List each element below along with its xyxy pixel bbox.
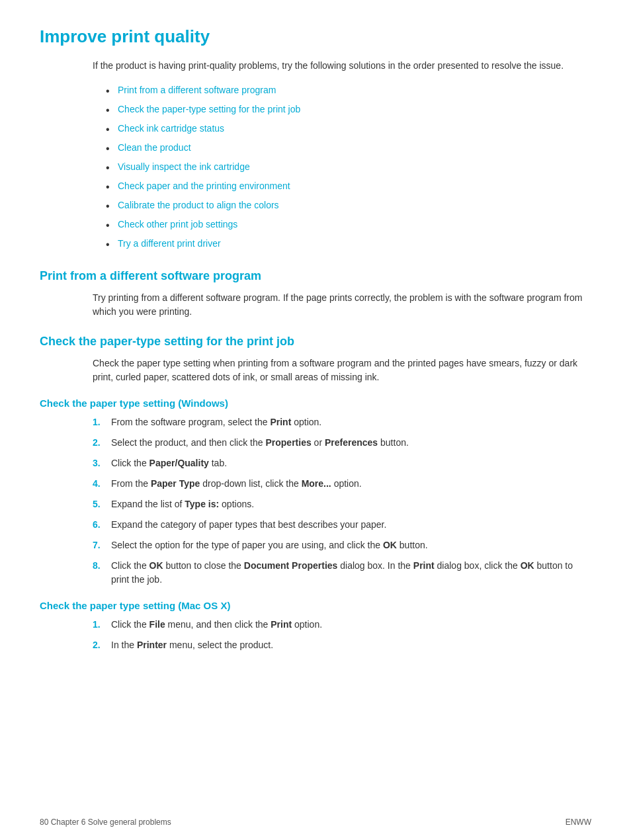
toc-item-5: Visually inspect the ink cartridge <box>106 160 591 174</box>
toc-link-8[interactable]: Check other print job settings <box>118 219 237 230</box>
section-body-1: Try printing from a different software p… <box>93 291 591 319</box>
toc-link-2[interactable]: Check the paper-type setting for the pri… <box>118 104 300 114</box>
toc-item-4: Clean the product <box>106 141 591 155</box>
step-win-7: Select the option for the type of paper … <box>93 538 591 552</box>
step-win-5: Expand the list of Type is: options. <box>93 497 591 511</box>
toc-link-5[interactable]: Visually inspect the ink cartridge <box>118 161 250 172</box>
toc-item-6: Check paper and the printing environment <box>106 179 591 193</box>
section-title-1: Print from a different software program <box>40 269 591 283</box>
toc-item-3: Check ink cartridge status <box>106 122 591 136</box>
step-win-1: From the software program, select the Pr… <box>93 415 591 429</box>
footer-left: 80 Chapter 6 Solve general problems <box>40 818 171 827</box>
toc-item-1: Print from a different software program <box>106 83 591 97</box>
subsection-title-mac: Check the paper type setting (Mac OS X) <box>40 600 591 611</box>
step-mac-1: Click the File menu, and then click the … <box>93 618 591 632</box>
toc-link-3[interactable]: Check ink cartridge status <box>118 123 224 134</box>
footer-right: ENWW <box>566 818 591 827</box>
toc-list: Print from a different software program … <box>106 83 591 251</box>
toc-link-7[interactable]: Calibrate the product to align the color… <box>118 200 279 210</box>
step-win-6: Expand the category of paper types that … <box>93 518 591 532</box>
step-win-8: Click the OK button to close the Documen… <box>93 559 591 587</box>
intro-text: If the product is having print-quality p… <box>93 59 591 73</box>
section-print-from-diff: Print from a different software program … <box>40 269 591 319</box>
footer: 80 Chapter 6 Solve general problems ENWW <box>40 818 591 827</box>
toc-link-4[interactable]: Clean the product <box>118 142 191 153</box>
toc-item-9: Try a different print driver <box>106 237 591 251</box>
toc-item-2: Check the paper-type setting for the pri… <box>106 103 591 116</box>
step-win-2: Select the product, and then click the P… <box>93 436 591 450</box>
page-title: Improve print quality <box>40 26 591 47</box>
steps-list-mac: Click the File menu, and then click the … <box>93 618 591 652</box>
steps-list-windows: From the software program, select the Pr… <box>93 415 591 587</box>
toc-link-9[interactable]: Try a different print driver <box>118 238 221 249</box>
toc-item-7: Calibrate the product to align the color… <box>106 198 591 212</box>
step-win-3: Click the Paper/Quality tab. <box>93 456 591 470</box>
toc-link-1[interactable]: Print from a different software program <box>118 85 276 95</box>
toc-link-6[interactable]: Check paper and the printing environment <box>118 181 290 191</box>
step-mac-2: In the Printer menu, select the product. <box>93 638 591 652</box>
section-check-paper-type: Check the paper-type setting for the pri… <box>40 335 591 652</box>
section-title-2: Check the paper-type setting for the pri… <box>40 335 591 349</box>
step-win-4: From the Paper Type drop-down list, clic… <box>93 477 591 491</box>
subsection-title-windows: Check the paper type setting (Windows) <box>40 398 591 409</box>
toc-item-8: Check other print job settings <box>106 218 591 231</box>
subsection-mac: Check the paper type setting (Mac OS X) … <box>40 600 591 652</box>
subsection-windows: Check the paper type setting (Windows) F… <box>40 398 591 587</box>
section-body-2: Check the paper type setting when printi… <box>93 357 591 384</box>
